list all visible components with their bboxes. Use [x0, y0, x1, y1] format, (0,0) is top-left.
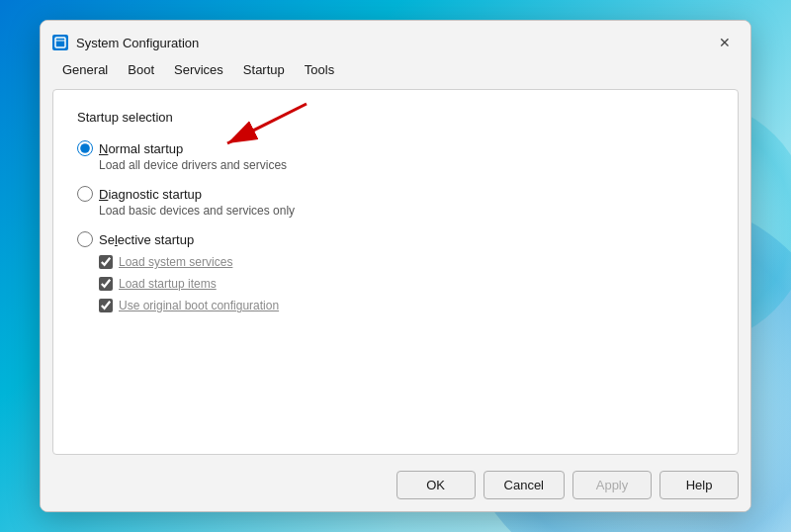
radio-desc-normal: Load all device drivers and services: [99, 158, 714, 172]
title-bar: System Configuration ✕: [41, 21, 750, 54]
radio-desc-diagnostic: Load basic devices and services only: [99, 204, 714, 218]
button-bar: OK Cancel Apply Help: [41, 463, 750, 511]
radio-label-selective[interactable]: Selective startup: [99, 232, 194, 247]
radio-group: Normal startup Load all device drivers a…: [77, 140, 714, 312]
menu-item-services[interactable]: Services: [164, 58, 233, 81]
radio-label-normal[interactable]: Normal startup: [99, 141, 183, 156]
checkbox-label-original-boot[interactable]: Use original boot configuration: [119, 299, 279, 312]
checkbox-label-system-services-text: Load system services: [119, 255, 232, 269]
menu-item-tools-label: Tools: [305, 62, 334, 77]
dialog-icon: [52, 35, 68, 50]
section-title: Startup selection: [77, 110, 714, 125]
dialog-title: System Configuration: [76, 36, 199, 50]
menu-item-general-label: General: [62, 62, 108, 77]
radio-label-row-diagnostic: Diagnostic startup: [77, 186, 714, 202]
checkbox-use-original-boot[interactable]: [99, 299, 113, 312]
checkbox-load-system-services[interactable]: [99, 255, 113, 269]
menu-item-tools[interactable]: Tools: [295, 58, 344, 81]
menu-item-boot[interactable]: Boot: [118, 58, 164, 81]
system-configuration-dialog: System Configuration ✕ General Boot Serv…: [40, 20, 751, 512]
checkbox-row-system-services: Load system services: [99, 255, 714, 269]
checkbox-row-startup-items: Load startup items: [99, 277, 714, 291]
content-area: Startup selection Normal startup Load al…: [52, 89, 739, 455]
close-button[interactable]: ✕: [711, 31, 739, 54]
radio-option-selective: Selective startup Load system services: [77, 231, 714, 312]
menu-item-services-label: Services: [174, 62, 223, 77]
checkbox-label-system-services[interactable]: Load system services: [119, 255, 232, 269]
radio-normal[interactable]: [77, 140, 93, 156]
radio-diagnostic[interactable]: [77, 186, 93, 202]
radio-option-diagnostic: Diagnostic startup Load basic devices an…: [77, 186, 714, 218]
title-bar-left: System Configuration: [52, 35, 199, 50]
help-button[interactable]: Help: [659, 471, 739, 499]
menu-item-boot-label: Boot: [128, 62, 154, 77]
menu-item-general[interactable]: General: [52, 58, 118, 81]
radio-selective[interactable]: [77, 231, 93, 247]
radio-option-normal: Normal startup Load all device drivers a…: [77, 140, 714, 172]
checkbox-load-startup-items[interactable]: [99, 277, 113, 291]
cancel-button[interactable]: Cancel: [483, 471, 565, 499]
checkbox-group: Load system services Load startup items: [99, 255, 714, 312]
ok-button[interactable]: OK: [396, 471, 476, 499]
menu-bar: General Boot Services Startup Tools: [41, 54, 750, 81]
radio-label-row-selective: Selective startup: [77, 231, 714, 247]
svg-rect-0: [55, 38, 65, 47]
checkbox-label-startup-items-text: Load startup items: [119, 277, 217, 291]
checkbox-label-original-boot-text: Use original boot configuration: [119, 299, 279, 312]
radio-label-diagnostic[interactable]: Diagnostic startup: [99, 187, 202, 202]
checkbox-row-original-boot: Use original boot configuration: [99, 299, 714, 312]
radio-label-row-normal: Normal startup: [77, 140, 714, 156]
apply-button[interactable]: Apply: [572, 471, 652, 499]
menu-item-startup[interactable]: Startup: [233, 58, 295, 81]
checkbox-label-startup-items[interactable]: Load startup items: [119, 277, 217, 291]
menu-item-startup-label: Startup: [243, 62, 285, 77]
